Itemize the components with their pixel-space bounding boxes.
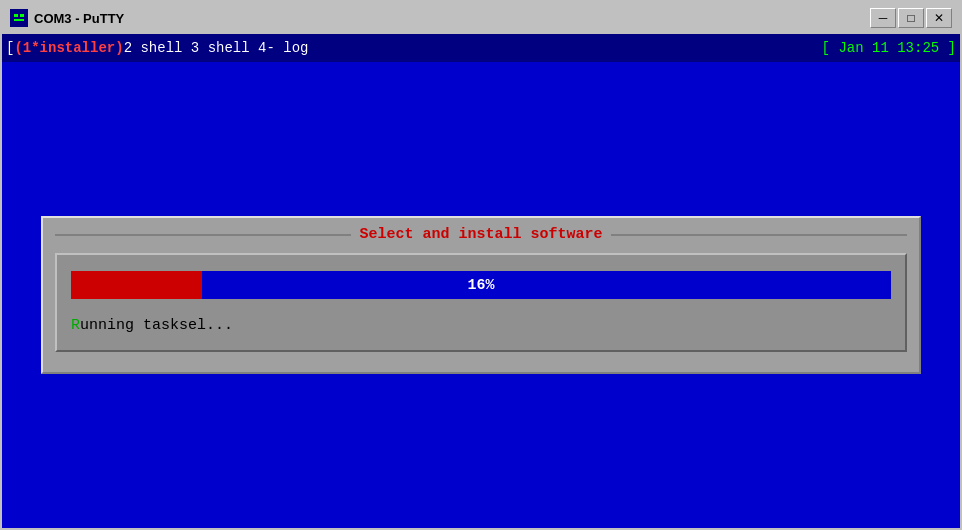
progress-bar-container: 16% xyxy=(71,271,891,299)
title-line-right xyxy=(611,234,907,236)
svg-rect-1 xyxy=(14,14,18,17)
dialog-title-bar: Select and install software xyxy=(55,226,907,243)
title-line-left xyxy=(55,234,351,236)
putty-window: COM3 - PuTTY ─ □ ✕ [ (1*installer) 2 she… xyxy=(0,0,962,530)
window-title: COM3 - PuTTY xyxy=(34,11,864,26)
status-text-line: Running tasksel... xyxy=(71,315,891,334)
status-text-rest: unning tasksel... xyxy=(80,317,233,334)
maximize-button[interactable]: □ xyxy=(898,8,924,28)
svg-rect-2 xyxy=(20,14,24,17)
terminal-body: Select and install software 16% Running … xyxy=(2,62,960,528)
dialog-content: 16% Running tasksel... xyxy=(55,253,907,352)
dialog-title: Select and install software xyxy=(351,226,610,243)
progress-label: 16% xyxy=(71,277,891,294)
svg-rect-0 xyxy=(12,11,26,25)
minimize-button[interactable]: ─ xyxy=(870,8,896,28)
install-dialog: Select and install software 16% Running … xyxy=(41,216,921,374)
status-text-first-char: R xyxy=(71,317,80,334)
close-button[interactable]: ✕ xyxy=(926,8,952,28)
other-tabs[interactable]: 2 shell 3 shell 4- log xyxy=(124,40,309,56)
window-controls: ─ □ ✕ xyxy=(870,8,952,28)
status-datetime: [ Jan 11 13:25 ] xyxy=(822,40,956,56)
app-icon xyxy=(10,9,28,27)
active-tab[interactable]: (1*installer) xyxy=(14,40,123,56)
title-bar: COM3 - PuTTY ─ □ ✕ xyxy=(2,2,960,34)
svg-rect-3 xyxy=(14,19,24,21)
terminal-statusbar: [ (1*installer) 2 shell 3 shell 4- log [… xyxy=(2,34,960,62)
